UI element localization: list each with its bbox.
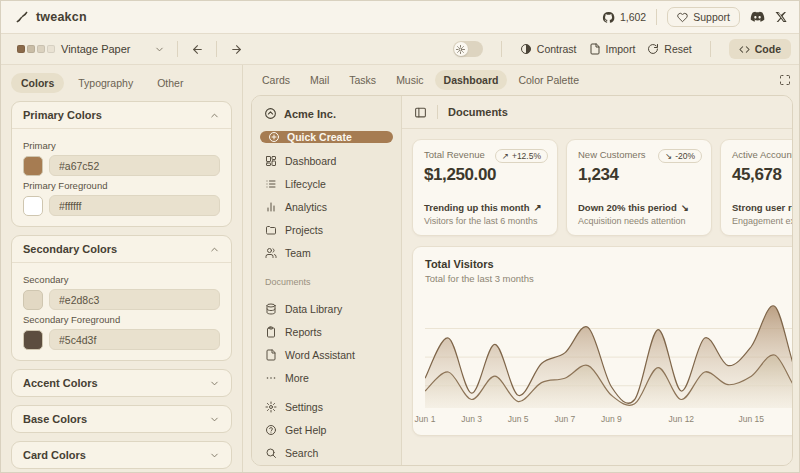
trend-badge: ↘-20%: [658, 149, 702, 163]
section-header-card-colors[interactable]: Card Colors: [12, 442, 231, 468]
sidebar-item-label: Word Assistant: [285, 349, 355, 361]
fullscreen-icon[interactable]: [779, 74, 791, 86]
org-switcher[interactable]: Acme Inc.: [260, 105, 393, 120]
hex-value-input[interactable]: [49, 289, 220, 310]
sidebar-item-label: Dashboard: [285, 155, 336, 167]
x-twitter-icon[interactable]: [775, 11, 787, 23]
x-tick-label: Jun 7: [554, 414, 575, 424]
app-header: tweakcn 1,602 Support: [1, 1, 800, 34]
org-name: Acme Inc.: [284, 108, 336, 120]
editor-tab-typography[interactable]: Typography: [68, 73, 143, 93]
section-header-primary-colors[interactable]: Primary Colors: [12, 102, 231, 128]
color-field: Secondary: [23, 274, 220, 310]
hex-value-input[interactable]: [49, 195, 220, 216]
chart-subtitle: Total for the last 3 months: [425, 273, 792, 284]
import-label: Import: [606, 43, 636, 55]
color-field-label: Secondary: [23, 274, 220, 285]
section-header-base-colors[interactable]: Base Colors: [12, 406, 231, 432]
x-tick-label: Jun 1: [415, 414, 436, 424]
sidebar-item-word-assistant[interactable]: Word Assistant: [260, 343, 393, 366]
sidebar-item-team[interactable]: Team: [260, 241, 393, 264]
preview-tab-tasks[interactable]: Tasks: [340, 70, 385, 90]
reset-label: Reset: [664, 43, 691, 55]
contrast-label: Contrast: [537, 43, 577, 55]
contrast-button[interactable]: Contrast: [520, 43, 577, 55]
section-title: Primary Colors: [23, 109, 102, 121]
editor-panel: ColorsTypographyOther Primary ColorsPrim…: [1, 65, 243, 473]
theme-selector[interactable]: Vintage Paper: [11, 40, 171, 58]
x-tick-label: Jun 15: [738, 414, 764, 424]
trend-up-icon: ↗: [534, 202, 542, 213]
sidebar-item-label: Settings: [285, 401, 323, 413]
clipboard-icon: [265, 326, 277, 338]
editor-tab-other[interactable]: Other: [147, 73, 193, 93]
preview-tab-color-palette[interactable]: Color Palette: [509, 70, 588, 90]
search-icon: [265, 447, 277, 459]
support-label: Support: [693, 11, 730, 23]
code-label: Code: [755, 43, 781, 55]
section-header-secondary-colors[interactable]: Secondary Colors: [12, 236, 231, 262]
color-swatch[interactable]: [23, 330, 43, 350]
users-icon: [265, 247, 277, 259]
sidebar-item-projects[interactable]: Projects: [260, 218, 393, 241]
code-button[interactable]: Code: [729, 39, 791, 59]
chevron-down-icon: [209, 378, 220, 389]
chart-x-axis: Jun 1Jun 3Jun 5Jun 7Jun 9Jun 12Jun 15Jun…: [425, 412, 792, 427]
import-button[interactable]: Import: [589, 43, 636, 55]
hex-value-input[interactable]: [49, 155, 220, 176]
sidebar-item-reports[interactable]: Reports: [260, 320, 393, 343]
area-chart[interactable]: [425, 296, 792, 408]
github-icon: [602, 11, 615, 24]
app-logo[interactable]: tweakcn: [15, 10, 87, 24]
discord-icon[interactable]: [750, 11, 765, 23]
org-arrow-circle-icon: [264, 107, 277, 120]
sidebar-item-dashboard[interactable]: Dashboard: [260, 149, 393, 172]
theme-swatch: [47, 45, 55, 53]
theme-swatch-strip: [17, 45, 55, 53]
trend-badge-value: +12.5%: [512, 151, 541, 161]
redo-button[interactable]: [223, 39, 249, 59]
x-tick-label: Jun 9: [601, 414, 622, 424]
panel-toggle-icon[interactable]: [414, 106, 427, 119]
undo-button[interactable]: [184, 39, 210, 59]
metric-value: 1,234: [578, 165, 700, 185]
reset-button[interactable]: Reset: [647, 43, 691, 55]
color-swatch[interactable]: [23, 156, 43, 176]
sidebar-item-settings[interactable]: Settings: [260, 395, 393, 418]
github-stars[interactable]: 1,602: [602, 11, 646, 24]
sidebar-item-get-help[interactable]: Get Help: [260, 418, 393, 441]
preview-area: CardsMailTasksMusicDashboardColor Palett…: [243, 65, 800, 473]
preview-tab-dashboard[interactable]: Dashboard: [435, 70, 508, 90]
section-title: Accent Colors: [23, 377, 98, 389]
color-section: Base Colors: [11, 405, 232, 433]
preview-tab-cards[interactable]: Cards: [253, 70, 299, 90]
editor-tab-colors[interactable]: Colors: [11, 73, 64, 93]
color-swatch[interactable]: [23, 290, 43, 310]
trend-up-icon: ↗: [502, 151, 509, 161]
section-header-accent-colors[interactable]: Accent Colors: [12, 370, 231, 396]
chart-title: Total Visitors: [425, 258, 792, 270]
gear-icon: [265, 401, 277, 413]
quick-create-button[interactable]: Quick Create: [260, 131, 393, 143]
sidebar-item-more[interactable]: More: [260, 366, 393, 389]
plus-circle-icon: [268, 131, 280, 143]
file-icon: [265, 349, 277, 361]
chevron-up-icon: [209, 244, 220, 255]
metric-value: 45,678: [732, 165, 792, 185]
color-swatch[interactable]: [23, 196, 43, 216]
sidebar-item-search[interactable]: Search: [260, 441, 393, 464]
folder-icon: [265, 224, 277, 236]
sidebar-item-data-library[interactable]: Data Library: [260, 297, 393, 320]
theme-swatch: [17, 45, 25, 53]
sidebar-item-lifecycle[interactable]: Lifecycle: [260, 172, 393, 195]
toolbar-separator-2: [216, 41, 217, 57]
section-title: Secondary Colors: [23, 243, 117, 255]
metric-card-active-accounts: Active Accounts↗+12.5%45,678Strong user …: [720, 139, 792, 236]
sidebar-item-analytics[interactable]: Analytics: [260, 195, 393, 218]
preview-tab-mail[interactable]: Mail: [301, 70, 338, 90]
support-button[interactable]: Support: [667, 7, 740, 27]
preview-tab-music[interactable]: Music: [387, 70, 432, 90]
theme-mode-toggle[interactable]: [453, 41, 483, 57]
hex-value-input[interactable]: [49, 329, 220, 350]
chevron-up-icon: [209, 110, 220, 121]
